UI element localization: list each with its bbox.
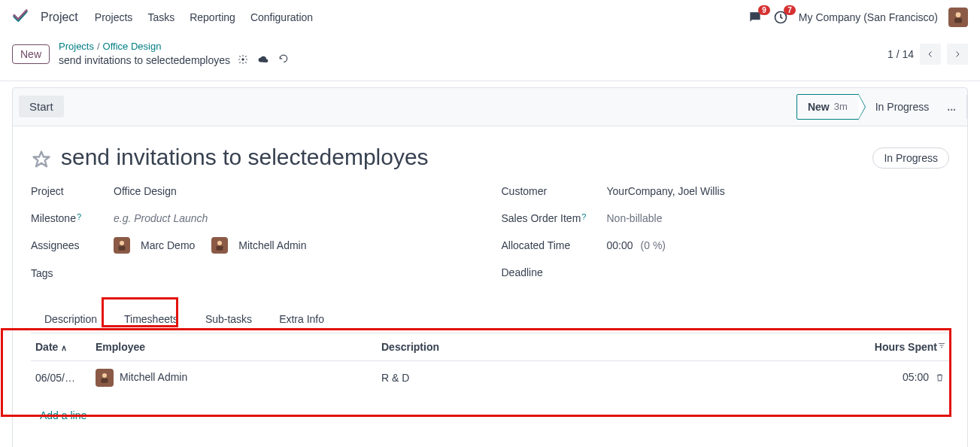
task-title[interactable]: send invitations to selectedemployes	[61, 144, 429, 170]
stage-in-progress[interactable]: In Progress	[859, 95, 940, 119]
pager-count: 1 / 14	[887, 48, 914, 60]
top-nav: Project Projects Tasks Reporting Configu…	[0, 0, 980, 35]
chat-badge: 9	[758, 5, 770, 15]
tags-label: Tags	[31, 267, 114, 279]
app-name[interactable]: Project	[41, 11, 78, 24]
col-date[interactable]: Date∧	[31, 333, 91, 361]
pager: 1 / 14	[887, 44, 968, 65]
breadcrumb: Projects/Office Design send invitations …	[59, 41, 289, 68]
svg-rect-7	[217, 246, 223, 251]
nav-configuration[interactable]: Configuration	[250, 11, 313, 23]
user-avatar[interactable]	[948, 8, 968, 27]
soi-label: Sales Order Item?	[502, 212, 607, 224]
col-description[interactable]: Description	[377, 333, 836, 361]
stage-more[interactable]: ...	[939, 95, 967, 119]
filter-icon[interactable]	[937, 341, 946, 351]
new-button[interactable]: New	[12, 44, 50, 64]
tab-subtasks[interactable]: Sub-tasks	[192, 306, 265, 333]
avatar-icon	[114, 237, 130, 254]
assignees-value[interactable]: Marc Demo Mitchell Admin	[114, 237, 479, 254]
status-row: Start New 3m In Progress ...	[12, 87, 968, 126]
company-name[interactable]: My Company (San Francisco)	[799, 11, 938, 23]
svg-point-1	[956, 12, 961, 17]
alloc-label: Allocated Time	[502, 239, 607, 251]
task-card: send invitations to selectedemployes In …	[12, 126, 968, 447]
chat-icon[interactable]: 9	[748, 10, 763, 25]
table-row[interactable]: 06/05/… Mitchell Admin R & D 05:00	[31, 360, 949, 394]
customer-value[interactable]: YourCompany, Joel Willis	[607, 185, 950, 197]
col-hours[interactable]: Hours Spent	[836, 333, 949, 361]
pager-next[interactable]	[947, 44, 968, 65]
svg-point-6	[217, 241, 222, 245]
breadcrumb-task: send invitations to selectedemployes	[59, 54, 230, 66]
svg-point-4	[120, 241, 124, 245]
cell-employee[interactable]: Mitchell Admin	[91, 360, 377, 394]
pager-prev[interactable]	[920, 44, 941, 65]
undo-icon[interactable]	[278, 54, 289, 68]
star-icon[interactable]	[31, 149, 52, 172]
breadcrumb-project[interactable]: Office Design	[103, 41, 162, 52]
cell-hours[interactable]: 05:00	[836, 360, 949, 394]
state-pill[interactable]: In Progress	[872, 147, 949, 169]
milestone-input[interactable]: e.g. Product Launch	[114, 212, 479, 224]
sort-asc-icon: ∧	[61, 343, 67, 352]
trash-icon[interactable]	[935, 372, 945, 385]
col-employee[interactable]: Employee	[91, 333, 377, 361]
assignees-label: Assignees	[31, 239, 114, 251]
soi-value[interactable]: Non-billable	[607, 212, 950, 224]
project-label: Project	[31, 185, 114, 197]
customer-label: Customer	[502, 185, 607, 197]
stage-in-progress-label: In Progress	[875, 101, 930, 113]
alloc-value[interactable]: 00:00(0 %)	[607, 239, 950, 251]
tabs: Description Timesheets Sub-tasks Extra I…	[31, 306, 949, 333]
stage-new[interactable]: New 3m	[796, 94, 859, 120]
nav-projects[interactable]: Projects	[95, 11, 133, 23]
tab-extra-info[interactable]: Extra Info	[265, 306, 338, 333]
clock-icon[interactable]: 7	[773, 10, 788, 25]
app-logo-icon	[12, 8, 29, 27]
timesheet-table: Date∧ Employee Description Hours Spent 0…	[31, 333, 949, 442]
svg-rect-9	[102, 379, 108, 383]
cell-description[interactable]: R & D	[377, 360, 836, 394]
nav-reporting[interactable]: Reporting	[190, 11, 235, 23]
cell-date[interactable]: 06/05/…	[31, 360, 91, 394]
breadcrumb-projects[interactable]: Projects	[59, 41, 94, 52]
add-line[interactable]: Add a line	[35, 402, 945, 435]
stage-new-age: 3m	[834, 101, 848, 112]
nav-tasks[interactable]: Tasks	[147, 11, 174, 23]
control-row: New Projects/Office Design send invitati…	[0, 35, 980, 81]
stage-new-label: New	[808, 101, 830, 113]
tab-description[interactable]: Description	[31, 306, 111, 333]
avatar-icon	[96, 369, 114, 387]
svg-rect-5	[119, 246, 126, 251]
svg-rect-2	[954, 18, 962, 23]
assignee-0: Marc Demo	[141, 239, 195, 251]
svg-point-8	[102, 373, 107, 378]
assignee-1: Mitchell Admin	[238, 239, 306, 251]
svg-point-3	[241, 58, 244, 61]
gear-icon[interactable]	[238, 54, 248, 68]
avatar-icon	[211, 237, 228, 254]
clock-badge: 7	[784, 5, 796, 15]
project-value[interactable]: Office Design	[114, 185, 479, 197]
cloud-icon[interactable]	[257, 54, 269, 68]
tab-timesheets[interactable]: Timesheets	[111, 306, 192, 333]
deadline-label: Deadline	[502, 266, 607, 278]
start-button[interactable]: Start	[19, 96, 64, 117]
milestone-label: Milestone?	[31, 212, 114, 224]
